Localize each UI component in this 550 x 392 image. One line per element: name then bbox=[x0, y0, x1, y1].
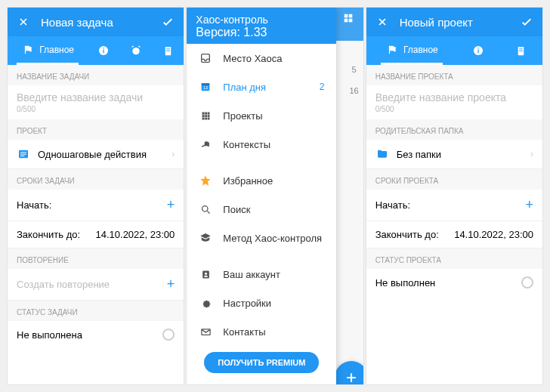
menu-search[interactable]: Поиск bbox=[187, 195, 336, 224]
user-icon bbox=[199, 267, 212, 281]
status-row[interactable]: Не выполнена bbox=[8, 321, 184, 348]
tab-main[interactable]: Главное bbox=[381, 36, 443, 65]
flag-icon bbox=[21, 43, 35, 57]
menu-settings[interactable]: Настройки bbox=[187, 289, 336, 317]
project-row[interactable]: Одношаговые действия › bbox=[8, 140, 184, 169]
parent-value: Без папки bbox=[397, 149, 441, 160]
menu-favorites[interactable]: Избранное bbox=[187, 166, 336, 195]
plus-icon: + bbox=[167, 197, 175, 213]
menu-method[interactable]: Метод Хаос-контроля bbox=[187, 224, 336, 252]
start-label: Начать: bbox=[375, 199, 410, 211]
header-title: Новая задача bbox=[41, 16, 150, 29]
section-parent-label: РОДИТЕЛЬСКАЯ ПАПКА bbox=[366, 119, 542, 140]
inbox-icon bbox=[199, 51, 212, 65]
svg-rect-20 bbox=[205, 112, 207, 114]
flag-icon bbox=[385, 43, 399, 57]
drawer-header: Хаос-контроль Версия: 1.33 bbox=[187, 8, 336, 44]
svg-text:13: 13 bbox=[203, 85, 208, 90]
svg-rect-23 bbox=[205, 115, 207, 117]
svg-rect-27 bbox=[208, 118, 210, 120]
grid-icon bbox=[199, 109, 212, 122]
section-deadline-label: СРОКИ ЗАДАЧИ bbox=[8, 169, 184, 190]
svg-rect-25 bbox=[202, 118, 204, 120]
info-icon[interactable] bbox=[471, 44, 485, 57]
svg-rect-24 bbox=[208, 115, 210, 117]
confirm-icon[interactable] bbox=[161, 15, 175, 29]
section-deadline-label: СРОКИ ПРОЕКТА bbox=[366, 169, 542, 190]
tab-main[interactable]: Главное bbox=[17, 36, 79, 65]
end-value: 14.10.2022, 23:00 bbox=[96, 229, 175, 240]
menu-contacts[interactable]: Контакты bbox=[187, 317, 336, 346]
svg-rect-17 bbox=[202, 83, 210, 85]
tab-main-label: Главное bbox=[403, 45, 438, 55]
section-name-label: НАЗВАНИЕ ПРОЕКТА bbox=[366, 65, 542, 85]
premium-button[interactable]: ПОЛУЧИТЬ PREMIUM bbox=[204, 352, 319, 373]
close-icon[interactable] bbox=[375, 15, 389, 29]
menu-label: Метод Хаос-контроля bbox=[223, 233, 324, 244]
menu-projects[interactable]: Проекты bbox=[187, 101, 336, 130]
radio-unchecked-icon bbox=[521, 276, 533, 289]
end-date-row[interactable]: Закончить до: 14.10.2022, 23:00 bbox=[8, 221, 184, 248]
status-row[interactable]: Не выполнен bbox=[366, 269, 542, 296]
start-label: Начать: bbox=[17, 199, 51, 211]
parent-folder-row[interactable]: Без папки › bbox=[366, 140, 542, 169]
svg-rect-1 bbox=[104, 50, 104, 54]
app-title: Хаос-контроль bbox=[196, 14, 327, 26]
screen-new-project: Новый проект Главное НАЗВАНИЕ ПРОЕКТА Вв… bbox=[366, 8, 542, 384]
svg-rect-6 bbox=[166, 50, 170, 51]
note-icon[interactable] bbox=[514, 44, 528, 57]
end-label: Закончить до: bbox=[17, 229, 80, 240]
radio-unchecked-icon bbox=[162, 329, 175, 341]
screen-new-task: Новая задача Главное НАЗВАНИЕ ЗАДАЧИ Вве… bbox=[8, 8, 184, 384]
alarm-icon[interactable] bbox=[129, 44, 143, 57]
gear-icon bbox=[199, 296, 212, 310]
menu-account[interactable]: Ваш аккаунт bbox=[187, 260, 336, 289]
menu-chaos-place[interactable]: Место Хаоса bbox=[187, 44, 336, 73]
svg-rect-36 bbox=[519, 48, 523, 49]
svg-rect-26 bbox=[205, 118, 207, 120]
menu-contexts[interactable]: Контексты bbox=[187, 130, 336, 159]
plus-icon: + bbox=[167, 276, 175, 292]
task-name-input[interactable]: Введите название задачи bbox=[8, 85, 184, 105]
end-label: Закончить до: bbox=[375, 229, 439, 240]
svg-rect-9 bbox=[20, 154, 26, 155]
end-date-row[interactable]: Закончить до: 14.10.2022, 23:00 bbox=[366, 221, 542, 248]
sync-row[interactable]: Не синхронизировано bbox=[187, 379, 336, 384]
start-date-row[interactable]: Начать: + bbox=[8, 190, 184, 221]
start-date-row[interactable]: Начать: + bbox=[366, 190, 542, 221]
menu-day-plan[interactable]: 13 План дня 2 bbox=[187, 73, 336, 101]
plus-icon: + bbox=[525, 197, 533, 213]
menu-label: План дня bbox=[223, 82, 308, 93]
menu-label: Контексты bbox=[223, 139, 324, 150]
list-icon bbox=[17, 147, 30, 161]
info-icon[interactable] bbox=[97, 44, 110, 57]
svg-point-28 bbox=[202, 205, 208, 211]
repeat-row[interactable]: Создать повторение + bbox=[8, 269, 184, 301]
mail-icon bbox=[199, 325, 212, 338]
confirm-icon[interactable] bbox=[520, 15, 533, 29]
note-icon[interactable] bbox=[161, 44, 175, 57]
close-icon[interactable] bbox=[17, 15, 30, 29]
header: Новый проект bbox=[366, 8, 542, 36]
svg-rect-11 bbox=[344, 14, 348, 18]
char-counter: 0/500 bbox=[366, 105, 542, 119]
svg-rect-13 bbox=[344, 19, 348, 23]
svg-rect-22 bbox=[202, 115, 204, 117]
svg-rect-8 bbox=[20, 152, 26, 153]
calendar-days: 5 16 bbox=[349, 65, 358, 95]
header-title: Новый проект bbox=[400, 16, 509, 29]
section-name-label: НАЗВАНИЕ ЗАДАЧИ bbox=[8, 65, 184, 85]
svg-rect-19 bbox=[202, 112, 204, 114]
tabs: Главное bbox=[366, 36, 542, 65]
project-name-input[interactable]: Введите название проекта bbox=[366, 85, 542, 105]
app-version: Версия: 1.33 bbox=[196, 26, 327, 39]
cal-day: 16 bbox=[349, 86, 358, 95]
menu-label: Контакты bbox=[223, 326, 324, 338]
folder-icon bbox=[375, 147, 389, 161]
chevron-right-icon: › bbox=[171, 149, 175, 159]
grid-icon[interactable] bbox=[333, 8, 363, 41]
menu-label: Место Хаоса bbox=[223, 53, 324, 64]
svg-point-3 bbox=[132, 48, 139, 54]
project-value: Одношаговые действия bbox=[38, 149, 147, 160]
tab-main-label: Главное bbox=[39, 45, 74, 55]
